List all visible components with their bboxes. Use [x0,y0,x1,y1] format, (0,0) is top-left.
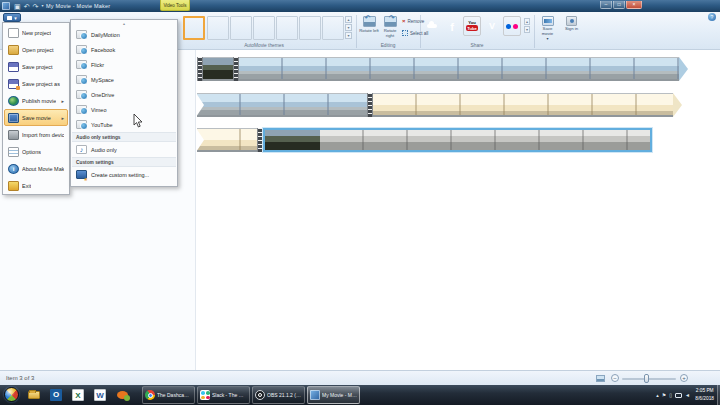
help-icon[interactable]: ? [708,13,716,21]
share-flickr-button[interactable] [503,16,521,36]
menu-item-label: Open project [22,47,54,53]
zoom-slider-thumb[interactable] [644,374,649,383]
clock-time: 2:05 PM [696,388,714,393]
taskbar-button-chrome[interactable]: The Dashcam Sto... [142,386,195,404]
volume-icon[interactable]: ◄ [685,393,690,398]
open-project-icon [8,45,19,55]
clip-bright-frames[interactable] [197,128,257,152]
power-icon[interactable]: ▯ [669,393,672,398]
file-menu-item-new-project[interactable]: New project [4,24,68,41]
rotate-left-button[interactable]: Rotate left [359,15,379,46]
clip-dark-road[interactable] [203,57,233,81]
fit-to-window-icon[interactable] [596,375,605,382]
excel-icon: X [72,389,84,401]
share-vimeo-button[interactable]: V [483,16,501,36]
taskbar-button-slack[interactable]: Slack - The Dash... [197,386,250,404]
taskbar-excel-icon[interactable]: X [70,387,86,403]
file-menu-item-import-from-device[interactable]: Import from device [4,126,68,143]
moviemaker-app-icon [2,2,10,10]
redo-icon[interactable]: ↷ [33,3,39,10]
sign-in-label: Sign in [565,27,578,32]
start-button[interactable] [4,387,19,402]
film-icon [7,16,12,20]
automovie-theme-tile[interactable] [322,16,344,40]
taskbar: O X W The Dashcam Sto... Slack - The Das… [0,385,720,405]
submenu-item-flickr[interactable]: Flickr [72,57,176,72]
taskbar-word-icon[interactable]: W [92,387,108,403]
clip-sky-road-frames[interactable] [197,93,367,117]
share-youtube-button[interactable]: YouTube [463,16,481,36]
rotate-right-icon [384,16,397,27]
submenu-item-facebook[interactable]: Facebook [72,42,176,57]
submenu-item-label: OneDrive [91,92,114,98]
automovie-theme-tile[interactable] [207,16,229,40]
gallery-more-icon: ▾ [345,32,352,39]
automovie-theme-tile[interactable] [253,16,275,40]
submenu-item-vimeo[interactable]: Vimeo [72,102,176,117]
submenu-arrow-icon: ▸ [61,98,64,104]
close-button[interactable]: × [626,1,642,9]
save-icon[interactable]: ▣ [14,3,21,10]
clip-bright-frames[interactable] [373,93,673,117]
taskbar-explorer-icon[interactable] [26,387,42,403]
gallery-up-icon: ▴ [345,16,352,23]
undo-icon[interactable]: ↶ [24,3,30,10]
submenu-item-youtube[interactable]: YouTube [72,117,176,132]
share-gallery-scroller[interactable]: ▴▾ [524,18,530,33]
orange-app-icon [117,391,128,399]
sign-in-button[interactable]: Sign in [561,14,582,47]
submenu-item-create-custom-setting[interactable]: Create custom setting... [72,167,176,182]
taskbar-button-obs[interactable]: OBS 21.1.2 (64bit, ... [252,386,305,404]
zoom-out-button[interactable]: − [611,374,619,382]
theme-gallery-scroller[interactable]: ▴▾▾ [345,16,352,39]
task-button-label: Slack - The Dash... [212,392,247,398]
file-menu-item-exit[interactable]: Exit [4,177,68,194]
hidden-icons-chevron[interactable]: ▴ [656,393,659,398]
submenu-item-label: Facebook [91,47,115,53]
qat-dropdown-icon[interactable]: ▾ [41,4,43,8]
taskbar-button-movie-maker[interactable]: My Movie - Movi... [307,386,360,404]
taskbar-orange-app-icon[interactable] [114,387,130,403]
file-menu-item-save-movie[interactable]: Save movie▸ [4,109,68,126]
submenu-item-audio-only[interactable]: ♪Audio only [72,142,176,157]
submenu-item-myspace[interactable]: MySpace [72,72,176,87]
maximize-button[interactable]: □ [613,1,625,9]
save-movie-submenu: ▴ DailyMotion Facebook Flickr MySpace On… [70,19,178,187]
action-center-flag-icon[interactable]: ⚑ [662,393,666,398]
network-icon[interactable] [675,393,682,398]
file-menu-item-save-project-as[interactable]: Save project as [4,75,68,92]
submenu-item-dailymotion[interactable]: DailyMotion [72,27,176,42]
storyboard-row-1 [197,57,688,81]
video-tools-contextual-tab[interactable]: Video Tools [160,0,190,11]
file-menu-item-about[interactable]: iAbout Movie Maker [4,160,68,177]
zoom-slider-track[interactable] [622,378,676,380]
rotate-right-button[interactable]: Rotate right [380,15,400,46]
automovie-theme-tile[interactable] [230,16,252,40]
automovie-theme-tile[interactable] [183,16,205,40]
file-menu-item-options[interactable]: Options [4,143,68,160]
file-menu-button[interactable]: ▾ [3,13,21,22]
share-onedrive-button[interactable] [423,16,441,36]
minimize-button[interactable]: – [600,1,612,9]
menu-item-label: About Movie Maker [22,166,64,172]
zoom-in-button[interactable]: + [680,374,688,382]
options-icon [8,147,19,157]
automovie-theme-tile[interactable] [299,16,321,40]
file-menu-item-open-project[interactable]: Open project [4,41,68,58]
submenu-item-onedrive[interactable]: OneDrive [72,87,176,102]
automovie-theme-tile[interactable] [276,16,298,40]
slack-icon [200,390,210,400]
taskbar-outlook-icon[interactable]: O [48,387,64,403]
share-facebook-button[interactable]: f [443,16,461,36]
title-bar: ▣ ↶ ↷ ▾ My Movie - Movie Maker Video Too… [0,0,720,12]
gallery-down-icon: ▾ [345,24,352,31]
selected-clip[interactable] [263,128,652,152]
row-continuation-notch [196,93,204,117]
taskbar-clock[interactable]: 2:05 PM 8/6/2018 [695,387,714,402]
file-menu-item-publish-movie[interactable]: Publish movie▸ [4,92,68,109]
save-movie-ribbon-button[interactable]: Save movie ▾ [537,14,558,47]
clip-gray-frames[interactable] [320,130,650,150]
file-menu-item-save-project[interactable]: Save project [4,58,68,75]
clip-sky-road-frames[interactable] [239,57,679,81]
clip-dark-road[interactable] [265,130,320,150]
